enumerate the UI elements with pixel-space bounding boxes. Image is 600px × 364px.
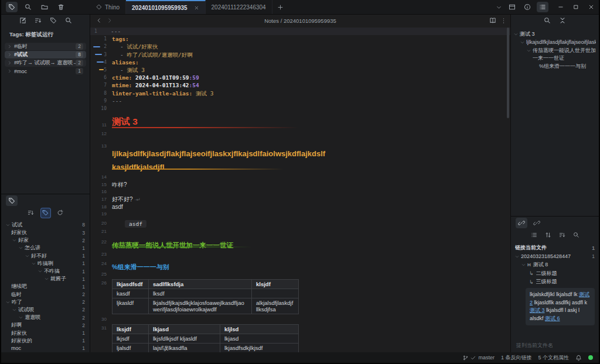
table-header-cell[interactable]: lkjasdfsdf	[112, 280, 149, 289]
blank-line[interactable]: 21	[90, 228, 510, 235]
table-1[interactable]: 26 lkjasdfsdfsadlflksfdjaklsjdf kasdflks…	[90, 278, 510, 316]
new-note-icon[interactable]	[18, 16, 28, 25]
tag-icon[interactable]	[48, 16, 58, 25]
sync-status-dot[interactable]	[588, 355, 593, 360]
h2-heading[interactable]: ljlkajsdlfkjlasdjflakjflajseoifjlaskxjfl…	[112, 147, 298, 160]
git-status[interactable]: master	[463, 355, 495, 360]
chevron-right-icon[interactable]	[8, 44, 12, 49]
blank-line[interactable]: 16	[90, 188, 510, 195]
blank-line[interactable]: 12	[90, 131, 510, 138]
tag-row-selected[interactable]: #试试 8	[5, 51, 86, 59]
h3-heading[interactable]: 传茄蒸哽一能说人世开世加一来一一世证	[112, 241, 233, 250]
tree-item[interactable]: 临时2	[5, 291, 86, 298]
code-line[interactable]: 20asdf	[90, 218, 510, 228]
maximize-icon[interactable]	[568, 2, 584, 12]
outgoing-links-tab-icon[interactable]	[531, 218, 543, 228]
tray-icon[interactable]	[506, 2, 518, 12]
blank-line[interactable]: 19	[90, 211, 510, 218]
table-header-cell[interactable]: kljlsd	[220, 325, 299, 334]
tree-item[interactable]: 好家伙3	[5, 229, 86, 236]
more-icon[interactable]	[500, 15, 507, 26]
table-header-cell[interactable]: lksjdf	[112, 325, 149, 334]
backlinks-title-row[interactable]: 链接当前文件1	[515, 244, 595, 253]
search-icon[interactable]	[63, 16, 73, 25]
tree-item[interactable]: 试试呗2	[5, 306, 86, 314]
folder-icon[interactable]	[39, 2, 50, 12]
yaml-line[interactable]: 6ctime: 2024-01-01T09:59:59	[90, 74, 510, 81]
tag-pane-tab-icon[interactable]	[6, 195, 18, 206]
h3-line[interactable]: 22传茄蒸哽一能说人世开世加一来一一世证	[90, 239, 510, 251]
updown-icon[interactable]	[543, 230, 553, 241]
backlink-file-row[interactable]: 202403231854284471	[515, 252, 595, 261]
close-icon[interactable]	[194, 5, 199, 11]
list-icon[interactable]	[537, 2, 548, 12]
paragraph-line[interactable]: 18asdf	[90, 203, 510, 211]
yaml-line[interactable]: 3- 咋了/试试呗/遛遛呗/好啊	[90, 51, 510, 59]
backlinks-count[interactable]: 1 条反向链接	[501, 354, 532, 362]
yaml-line[interactable]: 5- 测试 3	[90, 66, 510, 74]
tree-item[interactable]: 就酱子1	[5, 275, 86, 283]
tags-icon[interactable]	[6, 2, 18, 12]
trash-icon[interactable]	[55, 2, 67, 12]
tree-item[interactable]: 咋搞咧1	[5, 260, 86, 267]
properties-count[interactable]: 5 个文档属性	[538, 354, 569, 362]
yaml-line[interactable]: 1tags:	[90, 35, 510, 43]
outline-item[interactable]: ljlkajsdlfkjlasdjflakjflajseoifjlaskxjfl…	[514, 39, 596, 46]
code-block[interactable]: asdf	[125, 220, 146, 228]
breadcrumb[interactable]: Notes / 20240101095959935	[90, 18, 510, 24]
backlink-heading-row[interactable]: H测试 8	[515, 261, 595, 270]
blank-line[interactable]: 30	[90, 316, 510, 323]
tab-thino[interactable]: Thino	[90, 0, 126, 14]
close-window-icon[interactable]	[584, 2, 599, 12]
note-link[interactable]: 测试 3	[530, 307, 545, 313]
bell-icon[interactable]	[575, 355, 582, 361]
table-header-cell[interactable]: sadlflksfdja	[149, 280, 252, 289]
table-header-cell[interactable]: lkjasd	[149, 325, 220, 334]
sort-icon[interactable]	[26, 208, 36, 218]
outline-item[interactable]: 测试 3	[514, 30, 596, 38]
tag-row[interactable]: #临时 2	[5, 43, 86, 50]
paragraph-line[interactable]: 15咋样?	[90, 181, 510, 188]
tree-item[interactable]: 好不好1	[5, 252, 86, 260]
chevron-down-icon[interactable]	[495, 2, 503, 12]
minimize-icon[interactable]	[553, 2, 568, 12]
tree-item[interactable]: 不咋搞1	[5, 267, 86, 275]
yaml-line[interactable]: 2- 试试/好家伙	[90, 43, 510, 50]
tag-icon[interactable]	[40, 208, 51, 218]
chevron-right-icon[interactable]	[8, 53, 12, 57]
outline-item[interactable]: 传茄蒸哽一能说人世开世加一来一一世证	[514, 47, 596, 62]
note-link[interactable]: 测试 6	[545, 315, 560, 321]
blank-line[interactable]: 14	[90, 174, 510, 181]
tag-row[interactable]: #咋了→ 试试呗→ 遛遛呗→ 好啊 2	[5, 59, 86, 67]
plus-icon[interactable]	[272, 0, 288, 14]
tab-note-active[interactable]: 20240101095959935	[126, 0, 206, 14]
backlinks-tab-icon[interactable]	[516, 218, 527, 228]
search-icon[interactable]	[543, 16, 553, 25]
h2-heading-wrap[interactable]: kasjldfkjalsdjfl	[112, 160, 298, 174]
backlink-subheading-row[interactable]: ↳三级标题	[515, 278, 595, 287]
search-icon[interactable]	[22, 2, 34, 12]
chevron-right-icon[interactable]	[8, 69, 12, 73]
tree-item[interactable]: 好啊2	[5, 321, 86, 329]
tab-note-2[interactable]: 20240111222346304	[206, 0, 272, 14]
table-header-cell[interactable]: klsjdf	[252, 280, 299, 289]
h1-line[interactable]: 11测试 3	[90, 115, 510, 131]
yaml-line[interactable]: 7mtime: 2024-04-01T13:42:54	[90, 81, 510, 89]
backlink-subheading-row[interactable]: ↳二级标题	[515, 269, 595, 278]
book-icon[interactable]	[487, 15, 499, 26]
search-icon[interactable]	[571, 230, 581, 241]
refresh-icon[interactable]	[56, 208, 65, 218]
collapse-icon[interactable]	[558, 16, 568, 25]
table-2[interactable]: 31 lksjdflkjasdkljlsd lkjsdflkjsfdlkjsdf…	[90, 323, 510, 352]
tree-item[interactable]: 遛遛呗2	[5, 314, 86, 321]
tree-item[interactable]: moc1	[5, 345, 86, 352]
blank-line[interactable]: 10	[90, 105, 510, 112]
tree-item[interactable]: 继续吧1	[5, 283, 86, 290]
paragraph-line[interactable]: 17好不好? ·↵	[90, 195, 510, 203]
editor-scrollbar[interactable]	[507, 28, 509, 118]
backlink-snippet[interactable]: lkjalskdfjlkl lkjalsdf lk 测试 2 lkjasldfl…	[526, 288, 595, 325]
sort-icon[interactable]	[557, 230, 567, 241]
h4-heading[interactable]: %组来滑一一一与别	[112, 263, 169, 270]
tree-item[interactable]: 咋了2	[5, 298, 86, 306]
blank-line[interactable]: 23	[90, 251, 510, 258]
